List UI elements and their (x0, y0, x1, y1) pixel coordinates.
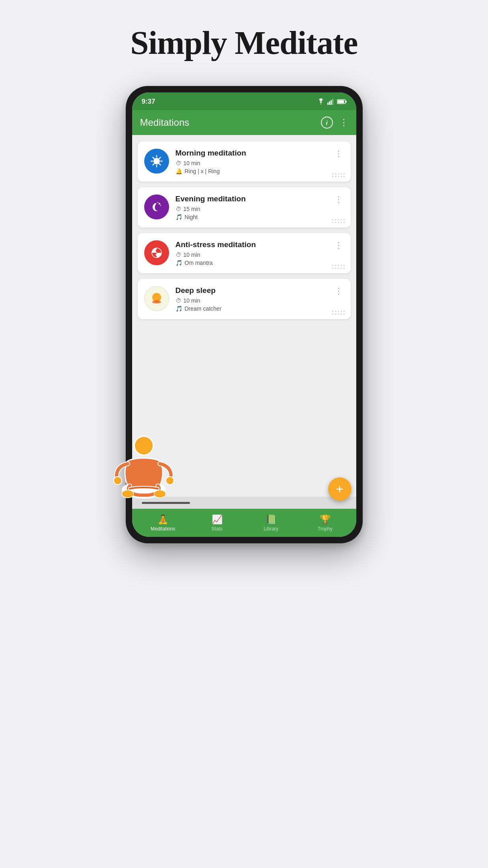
status-time: 9:37 (142, 98, 155, 106)
drag-handle-antistress (332, 265, 345, 269)
trophy-nav-icon: 🏆 (320, 514, 331, 525)
meditation-card-antistress[interactable]: Anti-stress meditation ⏱ 10 min 🎵 Om man… (138, 233, 351, 273)
trophy-nav-label: Trophy (318, 526, 333, 532)
svg-rect-3 (332, 99, 333, 105)
svg-rect-2 (331, 100, 332, 105)
svg-point-31 (122, 490, 133, 497)
svg-point-18 (160, 205, 161, 206)
antistress-title: Anti-stress meditation (176, 240, 327, 249)
svg-point-25 (135, 437, 153, 454)
nav-item-stats[interactable]: 📈 Stats (190, 514, 244, 532)
music-icon: 🎵 (176, 214, 182, 220)
nav-item-trophy[interactable]: 🏆 Trophy (298, 514, 352, 532)
morning-menu-button[interactable]: ⋮ (333, 149, 344, 158)
evening-title: Evening meditation (176, 194, 327, 203)
clock-icon-4: ⏱ (176, 297, 181, 304)
svg-point-20 (155, 250, 157, 252)
meditation-card-deepsleep[interactable]: Deep sleep ⏱ 10 min 🎵 Dream catcher ⋮ (138, 279, 351, 319)
wifi-icon (317, 98, 325, 105)
drag-handle-evening (332, 219, 345, 223)
svg-rect-0 (327, 102, 329, 105)
morning-card-body: Morning meditation ⏱ 10 min 🔔 Ring | x |… (176, 149, 327, 176)
svg-point-29 (166, 477, 174, 484)
meditation-card-morning[interactable]: Morning meditation ⏱ 10 min 🔔 Ring | x |… (138, 141, 351, 182)
meditations-nav-icon: 🧘 (157, 514, 168, 525)
svg-point-27 (114, 477, 121, 484)
library-nav-label: Library (263, 526, 278, 532)
svg-point-17 (157, 202, 158, 203)
antistress-duration: ⏱ 10 min (176, 252, 327, 258)
overflow-menu-button[interactable]: ⋮ (339, 117, 348, 128)
clock-icon-3: ⏱ (176, 252, 181, 258)
deepsleep-icon (144, 286, 169, 311)
deepsleep-duration: ⏱ 10 min (176, 297, 327, 304)
bottom-nav: 🧘 Meditations 📈 Stats 📗 Library 🏆 Trophy (132, 509, 356, 537)
music-icon-3: 🎵 (176, 305, 182, 312)
info-button[interactable]: i (321, 117, 333, 129)
svg-line-14 (159, 158, 160, 159)
evening-sound: 🎵 Night (176, 214, 327, 220)
stats-nav-icon: 📈 (212, 514, 223, 525)
svg-point-21 (155, 254, 157, 256)
battery-icon (337, 99, 347, 104)
evening-icon (144, 194, 169, 219)
nav-item-meditations[interactable]: 🧘 Meditations (136, 514, 190, 532)
evening-menu-button[interactable]: ⋮ (333, 194, 344, 204)
signal-icon (327, 98, 335, 105)
library-nav-icon: 📗 (265, 514, 276, 525)
svg-line-13 (159, 164, 160, 165)
status-icons (317, 98, 347, 105)
meditation-figure-sticker (104, 428, 184, 508)
app-bar-title: Meditations (140, 117, 190, 128)
svg-rect-5 (345, 101, 347, 103)
antistress-icon (144, 240, 169, 265)
status-bar: 9:37 (132, 92, 356, 110)
morning-sound: 🔔 Ring | x | Ring (176, 168, 327, 174)
music-icon-2: 🎵 (176, 260, 182, 266)
drag-handle-morning (332, 173, 345, 178)
svg-line-15 (153, 164, 154, 165)
meditation-card-evening[interactable]: Evening meditation ⏱ 15 min 🎵 Night ⋮ (138, 187, 351, 227)
app-bar-actions: i ⋮ (321, 117, 348, 129)
clock-icon-2: ⏱ (176, 206, 181, 212)
svg-rect-6 (337, 100, 344, 103)
evening-card-body: Evening meditation ⏱ 15 min 🎵 Night (176, 194, 327, 222)
meditations-nav-label: Meditations (151, 526, 175, 532)
phone-wrapper: 9:37 (126, 86, 363, 543)
svg-line-12 (153, 158, 154, 159)
page-title: Simply Meditate (131, 24, 358, 62)
deepsleep-card-body: Deep sleep ⏱ 10 min 🎵 Dream catcher (176, 286, 327, 313)
svg-rect-1 (329, 101, 330, 105)
stats-nav-label: Stats (212, 526, 223, 532)
bell-icon: 🔔 (176, 168, 182, 174)
deepsleep-sound: 🎵 Dream catcher (176, 305, 327, 312)
antistress-menu-button[interactable]: ⋮ (333, 240, 344, 250)
evening-duration: ⏱ 15 min (176, 206, 327, 212)
svg-point-33 (154, 490, 165, 497)
deepsleep-menu-button[interactable]: ⋮ (333, 286, 344, 296)
morning-duration: ⏱ 10 min (176, 160, 327, 166)
antistress-card-body: Anti-stress meditation ⏱ 10 min 🎵 Om man… (176, 240, 327, 268)
deepsleep-title: Deep sleep (176, 286, 327, 295)
drag-handle-deepsleep (332, 311, 345, 315)
app-bar: Meditations i ⋮ (132, 110, 356, 135)
morning-icon (144, 149, 169, 174)
antistress-sound: 🎵 Om mantra (176, 260, 327, 266)
morning-title: Morning meditation (176, 149, 327, 158)
clock-icon: ⏱ (176, 160, 181, 166)
svg-point-7 (153, 158, 160, 164)
svg-point-16 (159, 203, 160, 205)
nav-item-library[interactable]: 📗 Library (244, 514, 298, 532)
add-meditation-fab[interactable]: + (328, 477, 351, 501)
